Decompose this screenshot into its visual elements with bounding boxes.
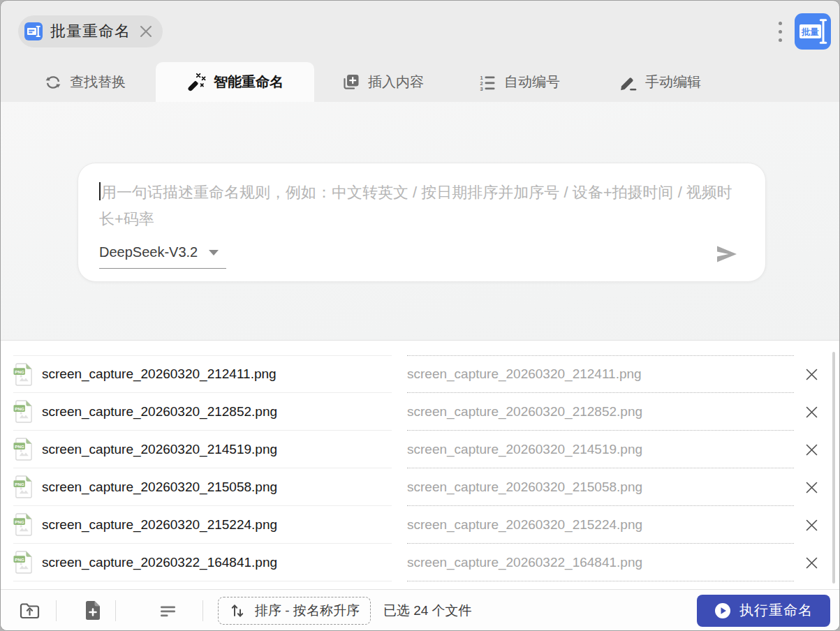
sort-button-label: 排序 - 按名称升序: [255, 602, 360, 620]
prompt-input[interactable]: 用一句话描述重命名规则，例如：中文转英文 / 按日期排序并加序号 / 设备+拍摄…: [78, 163, 766, 282]
preview-filename: screen_capture_20260320_215224.png: [407, 517, 642, 533]
folder-upload-icon: [19, 600, 40, 621]
svg-text:PNG: PNG: [15, 519, 24, 524]
manual-edit-icon: [619, 73, 638, 91]
divider: [202, 600, 203, 621]
tab-label: 自动编号: [504, 73, 560, 91]
remove-file-button[interactable]: [802, 403, 820, 421]
original-name-cell: PNG screen_capture_20260322_164841.png: [13, 544, 392, 581]
remove-file-button[interactable]: [802, 440, 820, 459]
caret-down-icon: [209, 250, 219, 255]
app-logo[interactable]: 批量: [795, 13, 831, 50]
preview-filename: screen_capture_20260322_164841.png: [407, 555, 642, 570]
png-file-icon: PNG: [13, 513, 34, 536]
tab-manual-edit[interactable]: 手动编辑: [619, 62, 701, 102]
tab-label: 手动编辑: [645, 73, 701, 91]
file-plus-icon: [84, 600, 103, 621]
app-logo-small-icon: [24, 22, 43, 40]
file-row[interactable]: PNG screen_capture_20260320_212852.png s…: [1, 393, 839, 431]
execute-rename-button[interactable]: 执行重命名: [697, 595, 830, 627]
send-button[interactable]: [715, 244, 739, 269]
original-name-cell: PNG screen_capture_20260320_215058.png: [13, 468, 392, 506]
remove-file-button[interactable]: [802, 554, 820, 572]
preview-filename: screen_capture_20260320_212852.png: [407, 404, 642, 420]
svg-text:批量: 批量: [801, 27, 820, 37]
tab-auto-number[interactable]: 1 2 3 自动编号: [478, 62, 560, 102]
svg-text:PNG: PNG: [15, 369, 24, 373]
execute-button-label: 执行重命名: [739, 601, 813, 620]
divider: [56, 600, 57, 621]
find-replace-icon: [44, 73, 62, 91]
clear-list-button[interactable]: [154, 597, 181, 624]
original-filename: screen_capture_20260320_215058.png: [42, 480, 277, 495]
sort-button[interactable]: 排序 - 按名称升序: [218, 597, 371, 625]
preview-name-cell: screen_capture_20260320_214519.png: [407, 431, 794, 468]
divider: [115, 600, 116, 621]
file-row[interactable]: PNG screen_capture_20260322_164841.png s…: [1, 544, 839, 581]
file-row[interactable]: PNG screen_capture_20260320_212411.png s…: [1, 355, 839, 393]
file-row[interactable]: PNG screen_capture_20260320_215058.png s…: [1, 468, 839, 506]
selection-status: 已选 24 个文件: [383, 602, 472, 620]
preview-name-cell: screen_capture_20260322_164841.png: [407, 544, 794, 581]
original-filename: screen_capture_20260320_212411.png: [42, 366, 277, 382]
insert-content-icon: [341, 73, 360, 91]
preview-filename: screen_capture_20260320_212411.png: [407, 366, 642, 382]
remove-file-button[interactable]: [802, 516, 820, 534]
batch-rename-window: 批量重命名 批量: [0, 0, 840, 631]
kebab-menu-icon[interactable]: [776, 17, 785, 46]
png-file-icon: PNG: [13, 551, 34, 574]
remove-file-button[interactable]: [802, 478, 820, 496]
preview-name-cell: screen_capture_20260320_212852.png: [407, 393, 794, 431]
png-file-icon: PNG: [13, 363, 34, 386]
original-name-cell: PNG screen_capture_20260320_215224.png: [13, 506, 392, 544]
original-name-cell: PNG screen_capture_20260320_212411.png: [13, 355, 392, 393]
preview-name-cell: screen_capture_20260320_212411.png: [407, 355, 794, 393]
png-file-icon: PNG: [13, 438, 34, 461]
original-name-cell: PNG screen_capture_20260320_214519.png: [13, 431, 392, 468]
file-row[interactable]: PNG screen_capture_20260320_214519.png s…: [1, 431, 839, 468]
original-filename: screen_capture_20260322_164841.png: [42, 555, 277, 570]
prompt-placeholder: 用一句话描述重命名规则，例如：中文转英文 / 按日期排序并加序号 / 设备+拍摄…: [99, 179, 744, 232]
scrollbar[interactable]: [832, 352, 835, 584]
send-icon: [715, 244, 739, 265]
app-tab[interactable]: 批量重命名: [18, 15, 163, 47]
remove-file-button[interactable]: [802, 365, 820, 383]
preview-filename: screen_capture_20260320_215058.png: [407, 480, 642, 495]
svg-text:PNG: PNG: [15, 557, 24, 562]
play-circle-icon: [714, 602, 731, 619]
model-selector-value: DeepSeek-V3.2: [99, 244, 198, 260]
window-header: 批量重命名 批量: [1, 1, 839, 62]
preview-name-cell: screen_capture_20260320_215058.png: [407, 468, 794, 506]
original-filename: screen_capture_20260320_215224.png: [42, 517, 277, 533]
tab-find-replace[interactable]: 查找替换: [44, 62, 126, 102]
original-name-cell: PNG screen_capture_20260320_212852.png: [13, 393, 392, 431]
file-row[interactable]: PNG screen_capture_20260320_215224.png s…: [1, 506, 839, 544]
auto-number-icon: 1 2 3: [478, 73, 496, 91]
png-file-icon: PNG: [13, 475, 34, 498]
svg-text:PNG: PNG: [15, 482, 24, 487]
file-list: PNG screen_capture_20260320_212411.png s…: [1, 341, 839, 589]
app-tab-label: 批量重命名: [50, 21, 131, 42]
tab-insert-content[interactable]: 插入内容: [341, 62, 424, 102]
add-files-button[interactable]: [80, 597, 106, 624]
tab-bar: 查找替换 智能重命名 插入内: [1, 62, 839, 102]
svg-text:PNG: PNG: [15, 444, 24, 449]
magic-wand-icon: [186, 73, 206, 92]
footer-toolbar: 排序 - 按名称升序 已选 24 个文件 执行重命名: [1, 589, 839, 631]
tab-smart-rename[interactable]: 智能重命名: [156, 62, 314, 102]
tab-label: 智能重命名: [214, 73, 283, 91]
preview-filename: screen_capture_20260320_214519.png: [407, 442, 642, 457]
original-filename: screen_capture_20260320_212852.png: [42, 404, 277, 420]
smart-rename-panel: 用一句话描述重命名规则，例如：中文转英文 / 按日期排序并加序号 / 设备+拍摄…: [1, 102, 839, 341]
model-selector[interactable]: DeepSeek-V3.2: [99, 244, 226, 269]
svg-text:PNG: PNG: [15, 406, 24, 411]
close-icon[interactable]: [138, 24, 154, 39]
tab-label: 查找替换: [70, 73, 126, 91]
clear-list-icon: [159, 601, 177, 620]
prompt-toolbar: DeepSeek-V3.2: [99, 244, 739, 269]
open-folder-button[interactable]: [16, 597, 43, 624]
original-filename: screen_capture_20260320_214519.png: [42, 442, 277, 457]
header-right: 批量: [776, 13, 831, 50]
svg-text:3: 3: [480, 85, 483, 91]
png-file-icon: PNG: [13, 400, 34, 423]
